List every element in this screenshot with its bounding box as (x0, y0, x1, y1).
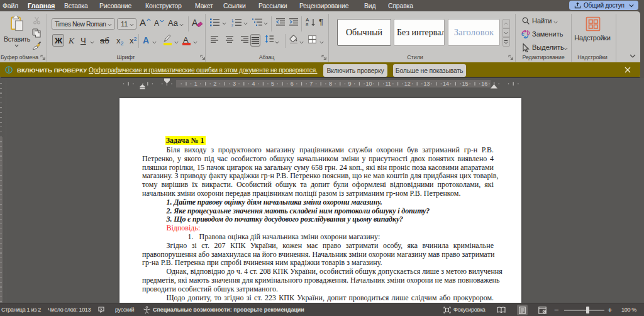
svg-text:7: 7 (309, 81, 313, 87)
svg-text:3: 3 (233, 81, 236, 87)
svg-text:c: c (521, 31, 525, 37)
svg-text:10: 10 (366, 81, 372, 87)
svg-text:2: 2 (231, 23, 233, 27)
svg-text:2: 2 (213, 81, 216, 87)
svg-text:15: 15 (462, 81, 469, 87)
svg-text:13: 13 (423, 81, 430, 87)
svg-text:12: 12 (404, 81, 411, 87)
svg-text:1: 1 (194, 81, 197, 87)
svg-text:16: 16 (481, 81, 487, 87)
svg-text:9: 9 (348, 81, 351, 87)
svg-text:4: 4 (252, 81, 255, 87)
svg-text:8: 8 (329, 81, 332, 87)
svg-text:5: 5 (271, 81, 274, 87)
svg-text:6: 6 (291, 81, 294, 87)
svg-text:1: 1 (231, 18, 233, 22)
svg-text:14: 14 (443, 81, 449, 87)
svg-text:b: b (527, 30, 530, 36)
svg-text:11: 11 (386, 81, 391, 87)
